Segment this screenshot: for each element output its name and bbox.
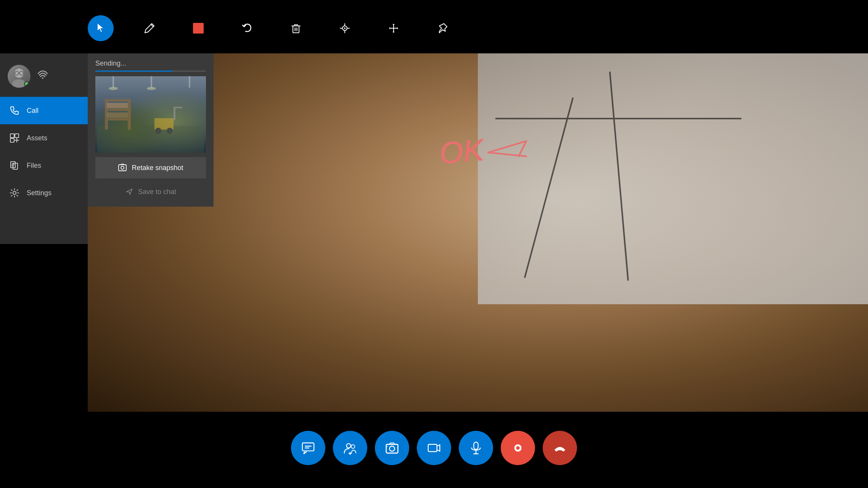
camera-icon: [427, 441, 441, 455]
assets-icon: [9, 133, 20, 143]
svg-point-2: [344, 27, 346, 29]
svg-point-35: [347, 444, 351, 448]
end-call-button[interactable]: [543, 431, 577, 465]
snapshot-panel: Sending...: [88, 53, 214, 207]
files-label: Files: [27, 162, 41, 170]
svg-rect-27: [113, 76, 114, 88]
save-to-chat-button[interactable]: Save to chat: [95, 181, 206, 202]
snapshot-icon: [385, 441, 399, 455]
retake-snapshot-button[interactable]: Retake snapshot: [95, 157, 206, 178]
svg-rect-16: [128, 99, 131, 130]
svg-rect-37: [386, 445, 398, 453]
svg-rect-39: [386, 445, 398, 453]
svg-point-31: [147, 87, 156, 90]
laser-button[interactable]: [332, 15, 358, 41]
snapshot-button[interactable]: [375, 431, 409, 465]
svg-rect-32: [119, 165, 126, 171]
chat-button[interactable]: [291, 431, 325, 465]
settings-icon: [9, 188, 20, 198]
svg-rect-20: [107, 103, 128, 108]
svg-point-30: [109, 87, 118, 90]
svg-rect-21: [107, 112, 128, 118]
pen-button[interactable]: [137, 15, 162, 41]
mic-icon: [469, 441, 483, 455]
assets-label: Assets: [27, 134, 47, 142]
sidebar-item-assets[interactable]: Assets: [0, 124, 88, 152]
top-toolbar: [88, 15, 455, 41]
files-icon: [9, 160, 20, 171]
svg-rect-9: [15, 134, 19, 138]
camera-button[interactable]: [417, 431, 451, 465]
wifi-icon: [37, 69, 49, 83]
sidebar-item-call[interactable]: Call: [0, 97, 88, 124]
svg-rect-40: [428, 445, 437, 452]
participants-button[interactable]: [333, 431, 367, 465]
svg-rect-18: [105, 109, 131, 111]
call-controls: [291, 431, 577, 465]
sidebar-item-files[interactable]: Files: [0, 152, 88, 179]
chat-icon: [301, 441, 315, 455]
svg-rect-14: [97, 126, 204, 152]
factory-svg: [95, 76, 206, 152]
sidebar: Call Assets Files: [0, 53, 88, 244]
retake-icon: [118, 163, 127, 172]
progress-bar-fill: [95, 71, 173, 72]
avatar: [8, 65, 31, 88]
svg-point-36: [351, 445, 355, 448]
end-call-icon: [553, 441, 567, 455]
svg-point-38: [389, 446, 394, 451]
svg-point-33: [121, 166, 124, 169]
svg-point-43: [516, 446, 520, 450]
call-label: Call: [27, 107, 39, 115]
call-icon: [9, 105, 20, 116]
participants-icon: [343, 441, 357, 455]
svg-rect-19: [105, 118, 131, 120]
undo-button[interactable]: [234, 15, 260, 41]
svg-rect-25: [174, 107, 175, 120]
svg-point-13: [13, 191, 16, 194]
svg-rect-10: [10, 138, 14, 142]
sending-label: Sending...: [88, 53, 214, 71]
online-badge: [24, 81, 29, 87]
retake-label: Retake snapshot: [132, 164, 183, 172]
svg-rect-17: [105, 99, 131, 101]
svg-rect-8: [10, 134, 14, 138]
pin-button[interactable]: [429, 15, 455, 41]
send-icon: [125, 188, 133, 196]
pointer-button[interactable]: [88, 15, 114, 41]
svg-point-24: [167, 128, 173, 134]
svg-rect-28: [151, 76, 152, 88]
delete-button[interactable]: [283, 15, 309, 41]
microphone-button[interactable]: [459, 431, 493, 465]
sidebar-item-settings[interactable]: Settings: [0, 179, 88, 207]
svg-rect-34: [302, 443, 314, 451]
save-label: Save to chat: [138, 188, 176, 196]
svg-rect-26: [175, 107, 182, 108]
svg-point-23: [155, 128, 161, 134]
svg-rect-41: [474, 442, 478, 449]
record-button[interactable]: [501, 431, 535, 465]
sidebar-nav: Call Assets Files: [0, 97, 88, 207]
move-button[interactable]: [381, 15, 407, 41]
svg-rect-29: [189, 76, 190, 88]
snapshot-image: [95, 76, 206, 152]
settings-label: Settings: [27, 189, 51, 197]
progress-bar-container: [95, 71, 206, 72]
shape-button[interactable]: [185, 15, 211, 41]
svg-point-7: [42, 77, 43, 79]
record-icon: [511, 441, 525, 455]
sidebar-header: [0, 57, 88, 97]
